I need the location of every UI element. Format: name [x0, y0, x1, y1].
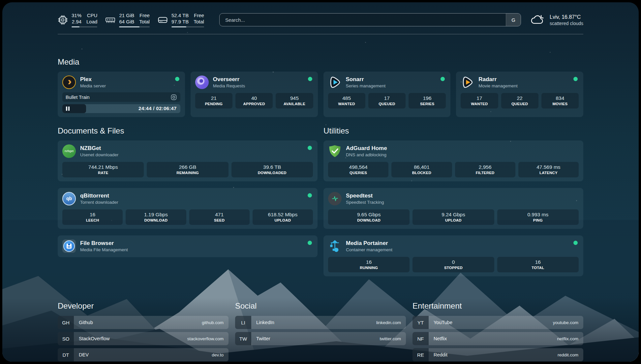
- stat-value: 471: [190, 212, 249, 218]
- pause-icon: [66, 106, 70, 111]
- stat-value: 40: [236, 95, 272, 101]
- stat-block: 39.6 TB DOWNLOADED: [231, 162, 313, 177]
- bookmark-row-youtube[interactable]: YT YouTube youtube.com: [412, 316, 583, 329]
- stat-value: 0: [413, 259, 493, 265]
- service-name: Overseerr: [213, 76, 245, 83]
- memory-total-value: 64 GiB: [119, 18, 134, 25]
- status-dot: [573, 241, 578, 245]
- bookmark-row-linkedin[interactable]: LI LinkedIn linkedin.com: [235, 316, 406, 329]
- bookmark-row-reddit[interactable]: RE Reddit reddit.com: [412, 348, 583, 361]
- service-card-speedtest[interactable]: Speedtest Speedtest Tracking 9.65 Gbps D…: [323, 188, 583, 229]
- bookmark-url: stackoverflow.com: [187, 336, 229, 341]
- stat-value: 21: [196, 95, 232, 101]
- stop-button[interactable]: [170, 94, 177, 101]
- service-card-plex[interactable]: Plex Media server Bullet Train 24:44 / 0…: [58, 72, 185, 117]
- service-card-nzbget[interactable]: nzbget NZBGet Usenet downloader 744.21 M…: [58, 140, 318, 181]
- nzbget-icon: nzbget: [62, 144, 76, 158]
- filebrowser-icon: [62, 239, 76, 253]
- stat-label: WANTED: [461, 102, 497, 106]
- stat-value: 498,564: [329, 164, 388, 170]
- bookmark-abbr: LI: [235, 316, 251, 329]
- service-name: Media Portainer: [346, 240, 392, 247]
- section-title-developer: Developer: [58, 301, 229, 311]
- status-dot: [441, 77, 445, 81]
- service-name: Plex: [80, 76, 106, 83]
- service-name: Sonarr: [346, 76, 386, 83]
- stat-label: RATE: [63, 171, 143, 175]
- nzbget-icon-label: nzbget: [65, 149, 74, 153]
- status-dot: [175, 77, 179, 81]
- service-card-qbittorrent[interactable]: qb qBittorrent Torrent downloader 16 LEE…: [58, 188, 318, 229]
- service-description: Torrent downloader: [80, 200, 118, 205]
- bookmark-row-dev[interactable]: DT DEV dev.to: [58, 348, 229, 361]
- stat-block: 17 WANTED: [461, 93, 498, 108]
- memory-free-value: 21 GiB: [119, 12, 134, 18]
- stat-block: 47.569 ms LATENCY: [518, 162, 579, 177]
- disk-widget: 52.4 TB 97.9 TB Free Total: [158, 12, 204, 27]
- stat-label: DOWNLOAD: [329, 218, 409, 222]
- bookmark-name: StackOverflow: [74, 336, 109, 341]
- stat-label: TOTAL: [498, 266, 578, 270]
- bookmark-group-social: Social LI LinkedIn linkedin.com TW Twitt…: [235, 301, 406, 362]
- cpu-load-label: Load: [86, 18, 97, 25]
- stat-block: 22 QUEUED: [501, 93, 538, 108]
- memory-usage-bar: [119, 26, 150, 27]
- service-description: Media File Management: [80, 247, 128, 252]
- service-card-adguard[interactable]: AdGuard Home DNS and adblocking 498,564 …: [323, 140, 583, 181]
- stat-label: APPROVED: [236, 102, 272, 106]
- search-engine-button[interactable]: G: [506, 14, 521, 26]
- radarr-icon: [461, 76, 474, 89]
- stat-value: 744.21 Mbps: [63, 164, 143, 170]
- stat-label: AVAILABLE: [276, 102, 312, 106]
- stat-label: BLOCKED: [392, 171, 451, 175]
- stat-block: 834 MOVIES: [541, 93, 579, 108]
- cpu-usage-label: CPU: [87, 12, 98, 18]
- service-name: AdGuard Home: [346, 145, 387, 152]
- now-playing-row: Bullet Train: [62, 92, 180, 102]
- service-card-overseerr[interactable]: Overseerr Media Requests 21 PENDING 40 A…: [191, 72, 318, 117]
- weather-widget: Lviv, 16.87°C scattered clouds: [530, 14, 583, 26]
- weather-condition: scattered clouds: [550, 20, 583, 26]
- stat-block: 9.24 Gbps UPLOAD: [412, 209, 494, 225]
- bookmark-row-netflix[interactable]: NF Netflix netflix.com: [412, 332, 583, 345]
- search-bar: G: [219, 13, 521, 26]
- status-dot: [573, 77, 578, 81]
- bookmark-row-stackoverflow[interactable]: SO StackOverflow stackoverflow.com: [58, 332, 229, 345]
- stat-label: FILTERED: [456, 171, 515, 175]
- cpu-widget: 31% 2.94 CPU Load: [58, 12, 97, 27]
- bookmark-row-twitter[interactable]: TW Twitter twitter.com: [235, 332, 406, 345]
- bookmark-abbr: RE: [412, 348, 429, 361]
- service-description: Series management: [346, 83, 386, 88]
- service-card-portainer[interactable]: Media Portainer Container management 16 …: [323, 235, 583, 276]
- memory-total-label: Total: [139, 18, 150, 25]
- stat-label: QUERIES: [329, 171, 388, 175]
- bookmark-row-github[interactable]: GH Github github.com: [58, 316, 229, 329]
- disk-total-label: Total: [194, 18, 204, 25]
- stat-label: QUEUED: [502, 102, 538, 106]
- service-description: Movie management: [478, 83, 518, 88]
- portainer-icon: [328, 239, 342, 253]
- bookmark-name: Github: [74, 320, 93, 325]
- stat-block: 618.52 Mbps UPLOAD: [253, 209, 313, 225]
- stat-block: 1.19 Gbps DOWNLOAD: [126, 209, 186, 225]
- service-card-sonarr[interactable]: Sonarr Series management 485 WANTED 17 Q…: [323, 72, 451, 117]
- service-description: DNS and adblocking: [346, 152, 387, 157]
- stat-block: 471 SEED: [189, 209, 250, 225]
- stat-value: 47.569 ms: [519, 164, 578, 170]
- service-name: qBittorrent: [80, 193, 118, 199]
- overseerr-icon: [195, 76, 209, 89]
- search-input[interactable]: [220, 14, 506, 26]
- stat-block: 16 TOTAL: [497, 257, 579, 272]
- stat-value: 0.993 ms: [498, 212, 578, 218]
- adguard-icon: [328, 144, 342, 158]
- stat-label: UPLOAD: [253, 218, 312, 222]
- disk-total-value: 97.9 TB: [171, 18, 189, 25]
- service-description: Speedtest Tracking: [346, 200, 384, 205]
- service-card-radarr[interactable]: Radarr Movie management 17 WANTED 22 QUE…: [456, 72, 583, 117]
- stat-label: DOWNLOADED: [232, 171, 312, 175]
- service-card-filebrowser[interactable]: File Browser Media File Management: [58, 235, 318, 257]
- qbittorrent-icon: qb: [62, 192, 76, 205]
- stat-block: 196 SERIES: [409, 93, 446, 108]
- stat-block: 0.993 ms PING: [497, 209, 579, 225]
- stat-block: 2,956 FILTERED: [455, 162, 515, 177]
